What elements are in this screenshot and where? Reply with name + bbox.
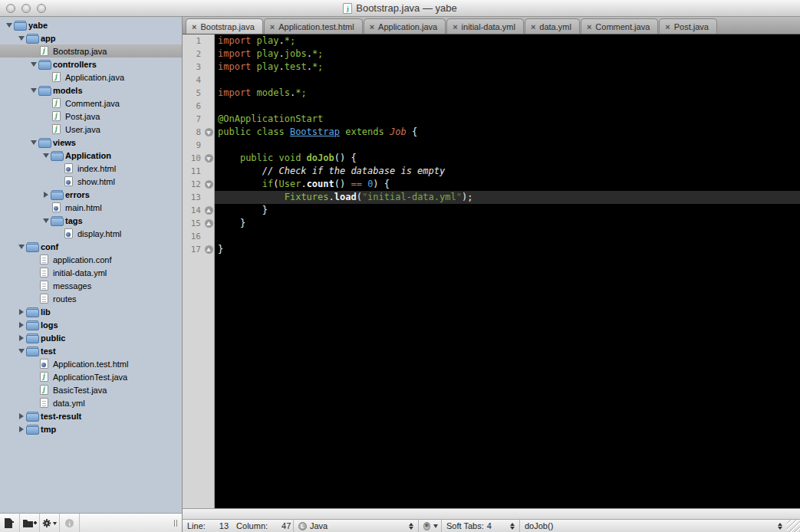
code-line-3[interactable]: 3import play.test.*; bbox=[183, 61, 800, 74]
language-selector[interactable]: L Java bbox=[294, 520, 419, 532]
tree-item-show-html[interactable]: show.html bbox=[0, 175, 182, 188]
disclosure-triangle-icon[interactable] bbox=[17, 349, 26, 353]
code-text[interactable]: Fixtures.load("initial-data.yml"); bbox=[215, 191, 800, 204]
title-bar[interactable]: j Bootstrap.java — yabe bbox=[0, 0, 800, 17]
disclosure-triangle-icon[interactable] bbox=[5, 23, 14, 28]
code-text[interactable]: } bbox=[215, 243, 800, 256]
code-line-1[interactable]: 1import play.*; bbox=[183, 34, 800, 48]
disclosure-triangle-icon[interactable] bbox=[17, 335, 26, 341]
tree-item-main-html[interactable]: main.html bbox=[0, 201, 182, 214]
disclosure-triangle-icon[interactable] bbox=[41, 192, 51, 198]
tree-item-application[interactable]: Application bbox=[0, 149, 182, 162]
bundle-actions-button[interactable]: ✱ bbox=[419, 520, 442, 532]
tree-item-tmp[interactable]: tmp bbox=[0, 422, 182, 435]
close-window-button[interactable] bbox=[6, 4, 15, 13]
code-line-16[interactable]: 16 bbox=[183, 230, 800, 243]
tree-item-test-result[interactable]: test-result bbox=[0, 409, 182, 422]
code-text[interactable]: // Check if the database is empty bbox=[215, 165, 800, 178]
tab-post-java[interactable]: ×Post.java bbox=[659, 18, 717, 34]
code-text[interactable]: import play.*; bbox=[215, 34, 800, 48]
tree-item-data-yml[interactable]: data.yml bbox=[0, 396, 182, 409]
tree-item-post-java[interactable]: Post.java bbox=[0, 110, 182, 123]
fold-up-icon[interactable] bbox=[205, 219, 213, 228]
code-line-2[interactable]: 2import play.jobs.*; bbox=[183, 48, 800, 61]
window-resize-grip[interactable] bbox=[787, 520, 800, 532]
code-text[interactable]: public void doJob() { bbox=[215, 152, 800, 165]
tab-close-icon[interactable]: × bbox=[270, 23, 275, 31]
tree-item-applicationtest-java[interactable]: ApplicationTest.java bbox=[0, 370, 182, 383]
code-line-5[interactable]: 5import models.*; bbox=[183, 87, 800, 100]
fold-down-icon[interactable] bbox=[205, 180, 213, 189]
disclosure-triangle-icon[interactable] bbox=[17, 426, 26, 432]
code-line-9[interactable]: 9 bbox=[183, 139, 800, 152]
code-text[interactable] bbox=[215, 100, 800, 113]
tree-item-models[interactable]: models bbox=[0, 84, 182, 97]
tree-item-display-html[interactable]: display.html bbox=[0, 227, 182, 240]
tree-item-user-java[interactable]: User.java bbox=[0, 123, 182, 136]
tab-close-icon[interactable]: × bbox=[531, 23, 535, 31]
code-line-6[interactable]: 6 bbox=[183, 100, 800, 113]
disclosure-triangle-icon[interactable] bbox=[17, 36, 26, 41]
code-line-14[interactable]: 14 } bbox=[183, 204, 800, 217]
code-text[interactable]: } bbox=[215, 217, 800, 230]
code-line-10[interactable]: 10 public void doJob() { bbox=[183, 152, 800, 165]
tree-item-conf[interactable]: conf bbox=[0, 240, 182, 253]
code-text[interactable]: import play.test.*; bbox=[215, 61, 800, 74]
tab-close-icon[interactable]: × bbox=[453, 23, 457, 31]
code-text[interactable]: public class Bootstrap extends Job { bbox=[215, 126, 800, 139]
tree-item-test[interactable]: test bbox=[0, 344, 182, 357]
tab-application-java[interactable]: ×Application.java bbox=[364, 18, 446, 34]
fold-up-icon[interactable] bbox=[205, 206, 213, 215]
tab-bootstrap-java[interactable]: ×Bootstrap.java bbox=[186, 18, 263, 34]
tab-initial-data-yml[interactable]: ×initial-data.yml bbox=[446, 18, 524, 34]
new-folder-button[interactable] bbox=[20, 514, 40, 532]
code-text[interactable]: @OnApplicationStart bbox=[215, 113, 800, 126]
disclosure-triangle-icon[interactable] bbox=[41, 218, 51, 223]
code-line-15[interactable]: 15 } bbox=[183, 217, 800, 230]
tab-application-test-html[interactable]: ×Application.test.html bbox=[264, 18, 363, 34]
code-text[interactable]: import models.*; bbox=[215, 87, 800, 100]
tree-item-routes[interactable]: routes bbox=[0, 292, 182, 305]
tree-item-tags[interactable]: tags bbox=[0, 214, 182, 227]
minimize-window-button[interactable] bbox=[21, 4, 31, 13]
disclosure-triangle-icon[interactable] bbox=[17, 309, 26, 315]
tree-item-lib[interactable]: lib bbox=[0, 305, 182, 318]
tree-item-public[interactable]: public bbox=[0, 331, 182, 344]
code-editor[interactable]: 1import play.*;2import play.jobs.*;3impo… bbox=[183, 34, 800, 508]
code-text[interactable] bbox=[215, 74, 800, 87]
code-line-4[interactable]: 4 bbox=[183, 74, 800, 87]
disclosure-triangle-icon[interactable] bbox=[17, 245, 26, 249]
tree-item-comment-java[interactable]: Comment.java bbox=[0, 97, 182, 110]
tree-item-bootstrap-java[interactable]: Bootstrap.java bbox=[0, 44, 182, 57]
code-line-7[interactable]: 7@OnApplicationStart bbox=[183, 113, 800, 126]
tab-close-icon[interactable]: × bbox=[665, 23, 670, 31]
code-line-12[interactable]: 12 if(User.count() == 0) { bbox=[183, 178, 800, 191]
zoom-window-button[interactable] bbox=[37, 4, 46, 13]
tree-item-basictest-java[interactable]: BasicTest.java bbox=[0, 383, 182, 396]
tree-item-messages[interactable]: messages bbox=[0, 279, 182, 292]
code-line-13[interactable]: 13 Fixtures.load("initial-data.yml"); bbox=[183, 191, 800, 204]
disclosure-triangle-icon[interactable] bbox=[29, 62, 38, 67]
new-file-button[interactable] bbox=[0, 514, 20, 532]
disclosure-triangle-icon[interactable] bbox=[17, 322, 26, 328]
soft-tabs-selector[interactable]: Soft Tabs: 4 bbox=[442, 520, 520, 532]
tab-close-icon[interactable]: × bbox=[192, 23, 196, 31]
tree-item-errors[interactable]: errors bbox=[0, 188, 182, 201]
code-line-8[interactable]: 8public class Bootstrap extends Job { bbox=[183, 126, 800, 139]
tree-item-app[interactable]: app bbox=[0, 31, 182, 44]
tab-data-yml[interactable]: ×data.yml bbox=[525, 18, 580, 34]
disclosure-triangle-icon[interactable] bbox=[17, 413, 26, 419]
tree-item-application-java[interactable]: Application.java bbox=[0, 71, 182, 84]
code-text[interactable]: } bbox=[215, 204, 800, 217]
drawer-resize-handle[interactable] bbox=[174, 514, 177, 532]
tab-comment-java[interactable]: ×Comment.java bbox=[581, 18, 658, 34]
code-text[interactable] bbox=[215, 139, 800, 152]
tree-item-yabe[interactable]: yabe bbox=[0, 18, 182, 31]
symbol-selector[interactable]: doJob() bbox=[520, 520, 787, 532]
code-text[interactable] bbox=[215, 230, 800, 243]
info-button[interactable]: i bbox=[60, 514, 80, 532]
drawer-actions-button[interactable] bbox=[40, 514, 60, 532]
tree-item-logs[interactable]: logs bbox=[0, 318, 182, 331]
fold-down-icon[interactable] bbox=[205, 154, 213, 163]
tree-item-index-html[interactable]: index.html bbox=[0, 162, 182, 175]
